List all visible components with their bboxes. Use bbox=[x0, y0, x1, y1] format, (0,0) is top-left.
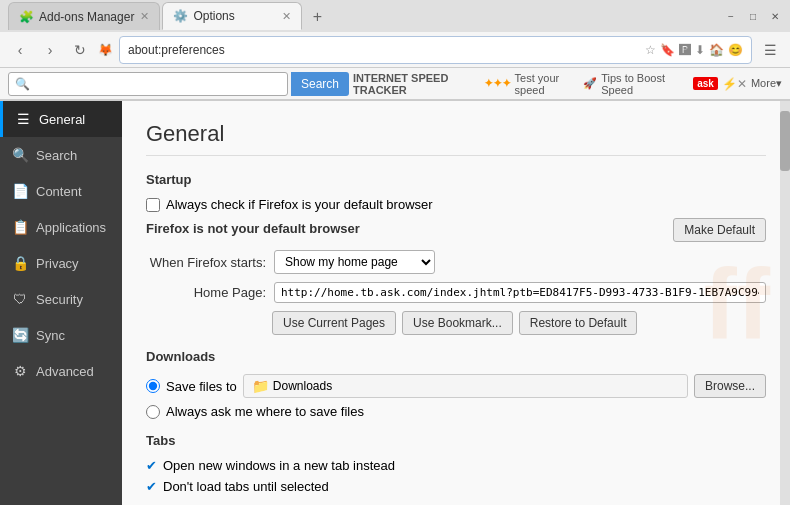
back-button[interactable]: ‹ bbox=[8, 38, 32, 62]
addon-stars: ✦✦✦ bbox=[484, 77, 511, 90]
scrollbar[interactable] bbox=[780, 101, 790, 505]
folder-name: Downloads bbox=[273, 379, 332, 393]
address-icons: ☆ 🔖 🅿 ⬇ 🏠 😊 bbox=[645, 43, 743, 57]
always-ask-radio[interactable] bbox=[146, 405, 160, 419]
restore-default-button[interactable]: Restore to Default bbox=[519, 311, 638, 335]
page-title: General bbox=[146, 121, 766, 156]
sidebar-search-label: Search bbox=[36, 148, 77, 163]
options-tab-label: Options bbox=[193, 9, 234, 23]
shield-icon: 🔖 bbox=[660, 43, 675, 57]
boost-icon: 🚀 bbox=[583, 77, 597, 90]
toolbar-search-input[interactable] bbox=[34, 77, 281, 91]
new-tab-button[interactable]: + bbox=[304, 4, 330, 30]
minimize-button[interactable]: − bbox=[724, 9, 738, 23]
toolbar-search-container[interactable]: 🔍 bbox=[8, 72, 288, 96]
sidebar-content-label: Content bbox=[36, 184, 82, 199]
addon-extra-icon[interactable]: ⚡✕ bbox=[722, 77, 747, 91]
sidebar-general-label: General bbox=[39, 112, 85, 127]
tabs-section-title: Tabs bbox=[146, 433, 766, 448]
sidebar-item-search[interactable]: 🔍 Search bbox=[0, 137, 122, 173]
sidebar-item-content[interactable]: 📄 Content bbox=[0, 173, 122, 209]
sidebar-item-advanced[interactable]: ⚙ Advanced bbox=[0, 353, 122, 389]
applications-icon: 📋 bbox=[12, 219, 28, 235]
close-button[interactable]: ✕ bbox=[768, 9, 782, 23]
default-browser-checkbox[interactable] bbox=[146, 198, 160, 212]
save-files-radio[interactable] bbox=[146, 379, 160, 393]
title-bar: 🧩 Add-ons Manager ✕ ⚙️ Options ✕ + − □ ✕ bbox=[0, 0, 790, 32]
tabs-area: 🧩 Add-ons Manager ✕ ⚙️ Options ✕ + bbox=[8, 2, 724, 30]
home-icon[interactable]: 🏠 bbox=[709, 43, 724, 57]
forward-button[interactable]: › bbox=[38, 38, 62, 62]
options-tab-icon: ⚙️ bbox=[173, 9, 187, 23]
default-browser-checkbox-label: Always check if Firefox is your default … bbox=[166, 197, 433, 212]
content-icon: 📄 bbox=[12, 183, 28, 199]
addons-tab-close[interactable]: ✕ bbox=[140, 10, 149, 23]
open-new-windows-label: Open new windows in a new tab instead bbox=[163, 458, 395, 473]
general-icon: ☰ bbox=[15, 111, 31, 127]
star-icon[interactable]: ☆ bbox=[645, 43, 656, 57]
address-bar[interactable]: about:preferences ☆ 🔖 🅿 ⬇ 🏠 😊 bbox=[119, 36, 752, 64]
sidebar-security-label: Security bbox=[36, 292, 83, 307]
browse-button[interactable]: Browse... bbox=[694, 374, 766, 398]
make-default-button[interactable]: Make Default bbox=[673, 218, 766, 242]
default-browser-checkbox-row: Always check if Firefox is your default … bbox=[146, 197, 766, 212]
sidebar-applications-label: Applications bbox=[36, 220, 106, 235]
search-magnify-icon: 🔍 bbox=[15, 77, 30, 91]
home-page-input[interactable] bbox=[274, 282, 766, 303]
startup-section-title: Startup bbox=[146, 172, 766, 187]
use-current-pages-button[interactable]: Use Current Pages bbox=[272, 311, 396, 335]
home-page-label: Home Page: bbox=[146, 285, 266, 300]
sidebar-item-privacy[interactable]: 🔒 Privacy bbox=[0, 245, 122, 281]
not-default-row: Firefox is not your default browser Make… bbox=[146, 218, 766, 242]
open-new-windows-row: ✔ Open new windows in a new tab instead bbox=[146, 458, 766, 473]
sidebar-item-general[interactable]: ☰ General bbox=[0, 101, 122, 137]
test-speed-label: Test your speed bbox=[515, 72, 580, 96]
more-button[interactable]: More▾ bbox=[751, 77, 782, 90]
sidebar-item-sync[interactable]: 🔄 Sync bbox=[0, 317, 122, 353]
addon-name: INTERNET SPEED TRACKER bbox=[353, 72, 480, 96]
menu-button[interactable]: ☰ bbox=[758, 38, 782, 62]
downloads-section-title: Downloads bbox=[146, 349, 766, 364]
always-ask-row: Always ask me where to save files bbox=[146, 404, 766, 419]
use-bookmark-button[interactable]: Use Bookmark... bbox=[402, 311, 513, 335]
toolbar-search-button[interactable]: Search bbox=[291, 72, 349, 96]
startup-section: Startup Always check if Firefox is your … bbox=[146, 172, 766, 335]
when-starts-row: When Firefox starts: Show my home page bbox=[146, 250, 766, 274]
addons-tab-label: Add-ons Manager bbox=[39, 10, 134, 24]
when-starts-dropdown[interactable]: Show my home page bbox=[274, 250, 435, 274]
profile-icon[interactable]: 😊 bbox=[728, 43, 743, 57]
dont-load-check-icon: ✔ bbox=[146, 479, 157, 494]
maximize-button[interactable]: □ bbox=[746, 9, 760, 23]
sidebar-item-security[interactable]: 🛡 Security bbox=[0, 281, 122, 317]
scrollbar-thumb[interactable] bbox=[780, 111, 790, 171]
address-text: about:preferences bbox=[128, 43, 641, 57]
download-icon[interactable]: ⬇ bbox=[695, 43, 705, 57]
sidebar-item-applications[interactable]: 📋 Applications bbox=[0, 209, 122, 245]
nav-bar: ‹ › ↻ 🦊 about:preferences ☆ 🔖 🅿 ⬇ 🏠 😊 ☰ bbox=[0, 32, 790, 68]
homepage-buttons-row: Use Current Pages Use Bookmark... Restor… bbox=[272, 311, 766, 335]
not-default-message: Firefox is not your default browser bbox=[146, 221, 665, 236]
addon-toolbar: INTERNET SPEED TRACKER ✦✦✦ Test your spe… bbox=[353, 72, 683, 96]
main-content: ☰ General 🔍 Search 📄 Content 📋 Applicati… bbox=[0, 101, 790, 505]
reload-button[interactable]: ↻ bbox=[68, 38, 92, 62]
downloads-section: Downloads Save files to 📁 Downloads Brow… bbox=[146, 349, 766, 419]
options-tab-close[interactable]: ✕ bbox=[282, 10, 291, 23]
toolbar-bar: 🔍 Search INTERNET SPEED TRACKER ✦✦✦ Test… bbox=[0, 68, 790, 100]
sidebar-sync-label: Sync bbox=[36, 328, 65, 343]
open-windows-check-icon: ✔ bbox=[146, 458, 157, 473]
sync-icon: 🔄 bbox=[12, 327, 28, 343]
boost-label: Tips to Boost Speed bbox=[601, 72, 683, 96]
security-icon: 🛡 bbox=[12, 291, 28, 307]
pocket-icon[interactable]: 🅿 bbox=[679, 43, 691, 57]
addons-tab-icon: 🧩 bbox=[19, 10, 33, 24]
tab-addons[interactable]: 🧩 Add-ons Manager ✕ bbox=[8, 2, 160, 30]
search-icon: 🔍 bbox=[12, 147, 28, 163]
when-starts-label: When Firefox starts: bbox=[146, 255, 266, 270]
downloads-path: 📁 Downloads bbox=[243, 374, 688, 398]
firefox-logo: 🦊 bbox=[98, 43, 113, 57]
dont-load-label: Don't load tabs until selected bbox=[163, 479, 329, 494]
home-page-row: Home Page: bbox=[146, 282, 766, 303]
tab-options[interactable]: ⚙️ Options ✕ bbox=[162, 2, 302, 30]
sidebar-privacy-label: Privacy bbox=[36, 256, 79, 271]
sidebar: ☰ General 🔍 Search 📄 Content 📋 Applicati… bbox=[0, 101, 122, 505]
